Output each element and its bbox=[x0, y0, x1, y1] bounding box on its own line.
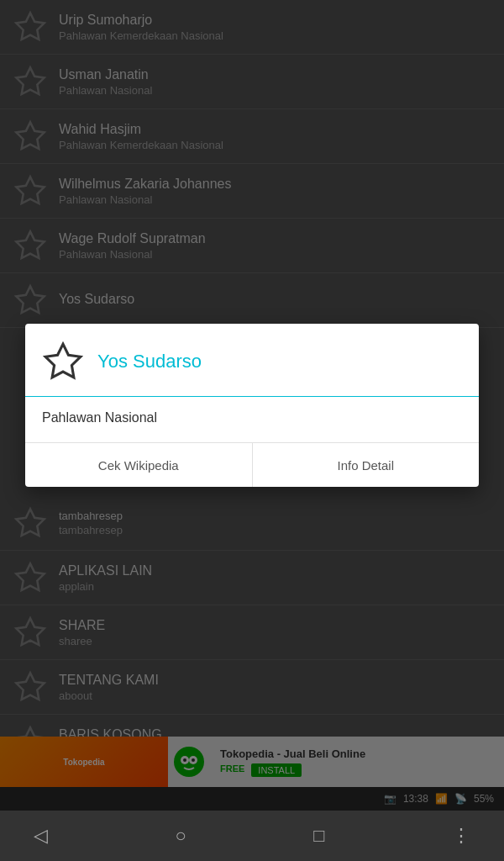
modal-subtitle: Pahlawan Nasional bbox=[25, 397, 479, 443]
back-button[interactable]: ◁ bbox=[34, 825, 48, 847]
modal-overlay[interactable]: Yos Sudarso Pahlawan Nasional Cek Wikipe… bbox=[0, 0, 504, 811]
modal-star-icon bbox=[42, 341, 84, 383]
menu-button[interactable]: ⋮ bbox=[452, 825, 470, 847]
modal-title: Yos Sudarso bbox=[97, 351, 202, 372]
modal-dialog: Yos Sudarso Pahlawan Nasional Cek Wikipe… bbox=[25, 324, 479, 487]
home-button[interactable]: ○ bbox=[175, 825, 186, 847]
modal-actions: Cek Wikipedia Info Detail bbox=[25, 443, 479, 487]
svg-marker-11 bbox=[45, 344, 81, 378]
bottom-nav-bar: ◁ ○ □ ⋮ bbox=[0, 811, 504, 861]
wikipedia-button[interactable]: Cek Wikipedia bbox=[25, 443, 253, 487]
info-detail-button[interactable]: Info Detail bbox=[253, 443, 480, 487]
recent-button[interactable]: □ bbox=[313, 825, 324, 847]
modal-header: Yos Sudarso bbox=[25, 324, 479, 397]
